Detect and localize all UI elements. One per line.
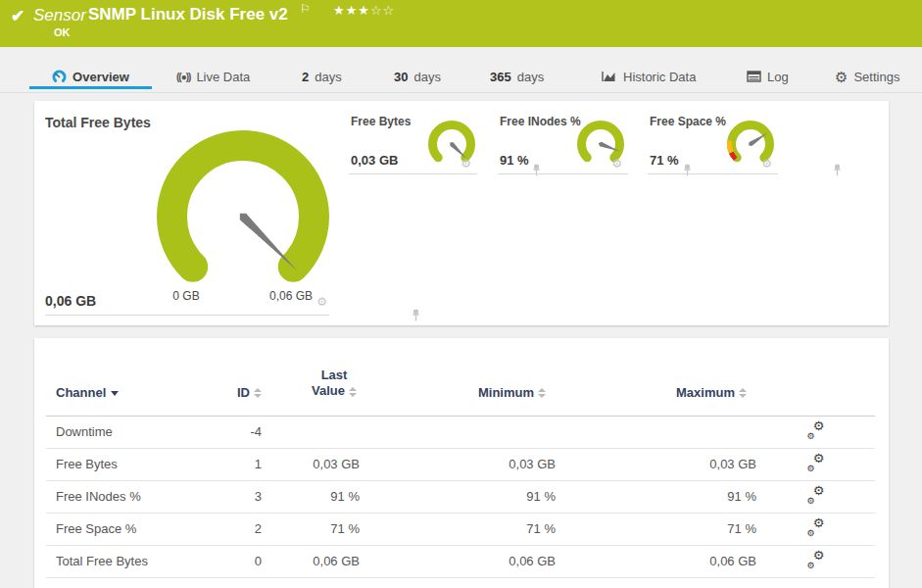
free-inodes-gauge	[569, 117, 632, 177]
tab-historic-data[interactable]: Historic Data	[602, 65, 696, 88]
tab-overview[interactable]: Overview	[29, 65, 152, 88]
gauge-current-value: 0,06 GB	[45, 293, 96, 309]
channel-name: Downtime	[46, 416, 208, 448]
gear-icon[interactable]: ⚙	[611, 158, 622, 170]
column-header-id[interactable]: ID	[208, 368, 262, 416]
channel-id: -4	[208, 416, 262, 448]
channel-minimum: 0,03 GB	[360, 448, 556, 480]
channel-settings-gears-icon[interactable]: ⚙⚙	[806, 552, 826, 568]
channel-settings-gears-icon[interactable]: ⚙⚙	[806, 487, 826, 504]
tab-bar: Overview ((●)) Live Data 2 days 30 days …	[0, 47, 922, 93]
channel-settings-gears-icon[interactable]: ⚙⚙	[806, 422, 826, 439]
gear-icon[interactable]: ⚙	[461, 158, 471, 170]
tab-30-days[interactable]: 30 days	[394, 65, 441, 88]
gauge-icon	[52, 70, 67, 84]
table-row: Free INodes % 3 91 % 91 % 91 % ⚙⚙	[46, 480, 875, 513]
table-row: Total Free Bytes 0 0,06 GB 0,06 GB 0,06 …	[46, 545, 875, 577]
channel-maximum: 0,06 GB	[556, 545, 756, 577]
channel-maximum: 71 %	[556, 513, 756, 545]
tab-live-data-label: Live Data	[196, 70, 250, 84]
gauge-current-value: 91 %	[500, 153, 529, 168]
channel-minimum: 91 %	[360, 480, 556, 513]
tab-365-days[interactable]: 365 days	[490, 65, 544, 88]
channel-last-value: 0,03 GB	[262, 448, 360, 480]
active-tab-underline	[29, 86, 152, 89]
log-icon	[747, 71, 761, 82]
tab-2-days[interactable]: 2 days	[302, 65, 342, 88]
gear-icon[interactable]: ⚙	[761, 158, 772, 170]
table-row: Downtime -4 ⚙⚙	[46, 416, 875, 448]
table-row: Free Bytes 1 0,03 GB 0,03 GB 0,03 GB ⚙⚙	[46, 448, 875, 480]
column-header-last-value[interactable]: Last Value	[262, 368, 360, 416]
tab-2-days-number: 2	[302, 70, 309, 84]
free-bytes-gauge	[420, 117, 483, 177]
tab-historic-data-label: Historic Data	[623, 70, 696, 84]
gauge-block-free-inodes: Free INodes % 91 % ⚙	[498, 111, 628, 174]
column-header-minimum[interactable]: Minimum	[360, 368, 556, 416]
tab-settings[interactable]: ⚙ Settings	[835, 65, 899, 88]
gear-icon[interactable]: ⚙	[316, 296, 327, 308]
historic-data-icon	[602, 71, 617, 83]
sort-desc-icon	[111, 391, 119, 396]
flag-icon: ⚐	[300, 2, 311, 16]
tab-30-days-number: 30	[394, 70, 408, 84]
tab-2-days-label: days	[315, 70, 341, 84]
table-row: Free Space % 2 71 % 71 % 71 % ⚙⚙	[46, 513, 875, 545]
tab-log[interactable]: Log	[747, 65, 789, 88]
gauges-panel: Total Free Bytes 0 GB 0,06 GB 0,06 GB ⚙ …	[34, 101, 889, 325]
pin-icon[interactable]	[412, 309, 420, 321]
sensor-status-badge: OK	[54, 26, 71, 38]
channel-id: 1	[208, 448, 262, 480]
channel-last-value: 91 %	[262, 480, 360, 513]
channel-settings-gears-icon[interactable]: ⚙⚙	[806, 519, 826, 536]
column-header-maximum[interactable]: Maximum	[556, 368, 756, 416]
sort-icon	[349, 387, 357, 397]
total-free-bytes-gauge	[140, 123, 346, 310]
channel-id: 3	[208, 480, 262, 513]
gauge-title: Total Free Bytes	[45, 115, 151, 130]
channel-last-value: 0,06 GB	[262, 545, 360, 577]
check-icon: ✔	[11, 6, 24, 26]
channel-last-value	[262, 416, 360, 448]
gauge-block-total-free-bytes: Total Free Bytes 0 GB 0,06 GB 0,06 GB ⚙	[45, 111, 329, 316]
channel-name: Free INodes %	[46, 480, 208, 513]
sensor-header: ✔ Sensor SNMP Linux Disk Free v2 ⚐ ★★★☆☆…	[0, 0, 922, 47]
channel-last-value: 71 %	[262, 513, 360, 545]
gauge-title: Free Space %	[650, 115, 726, 128]
channel-name: Total Free Bytes	[46, 545, 208, 577]
gauge-current-value: 0,03 GB	[351, 153, 398, 168]
sort-icon	[254, 388, 262, 398]
gauge-current-value: 71 %	[650, 153, 679, 168]
gauge-max-label: 0,06 GB	[269, 289, 313, 303]
pin-icon[interactable]	[833, 164, 842, 176]
tab-30-days-label: days	[413, 70, 440, 84]
priority-stars[interactable]: ★★★☆☆	[333, 3, 395, 18]
channel-minimum: 0,06 GB	[360, 545, 556, 577]
channel-settings-gears-icon[interactable]: ⚙⚙	[806, 455, 826, 471]
tab-settings-label: Settings	[853, 70, 899, 84]
channel-minimum	[360, 416, 556, 448]
channel-maximum: 91 %	[556, 480, 756, 513]
channels-table: Channel ID Last Value Minimum Maximum	[46, 368, 875, 578]
tab-overview-label: Overview	[73, 70, 129, 84]
free-space-gauge	[719, 117, 782, 177]
tab-365-days-label: days	[517, 70, 544, 84]
gauge-title: Free Bytes	[351, 115, 411, 128]
channel-minimum: 71 %	[360, 513, 556, 545]
sort-icon	[538, 388, 546, 398]
channel-id: 2	[208, 513, 262, 545]
sensor-kind-label: Sensor	[33, 6, 86, 25]
gauge-min-label: 0 GB	[172, 289, 199, 303]
tab-365-days-number: 365	[490, 70, 511, 84]
gauge-block-free-bytes: Free Bytes 0,03 GB ⚙	[349, 111, 477, 174]
tab-log-label: Log	[767, 70, 789, 84]
settings-gear-icon: ⚙	[835, 70, 848, 84]
gauge-block-free-space: Free Space % 71 % ⚙	[648, 111, 778, 174]
column-header-channel[interactable]: Channel	[46, 368, 208, 416]
channel-maximum	[556, 416, 756, 448]
channel-id: 0	[208, 545, 262, 577]
sort-icon	[739, 388, 747, 398]
live-data-icon: ((●))	[176, 72, 190, 82]
tab-live-data[interactable]: ((●)) Live Data	[176, 65, 250, 88]
channel-name: Free Space %	[46, 513, 208, 545]
